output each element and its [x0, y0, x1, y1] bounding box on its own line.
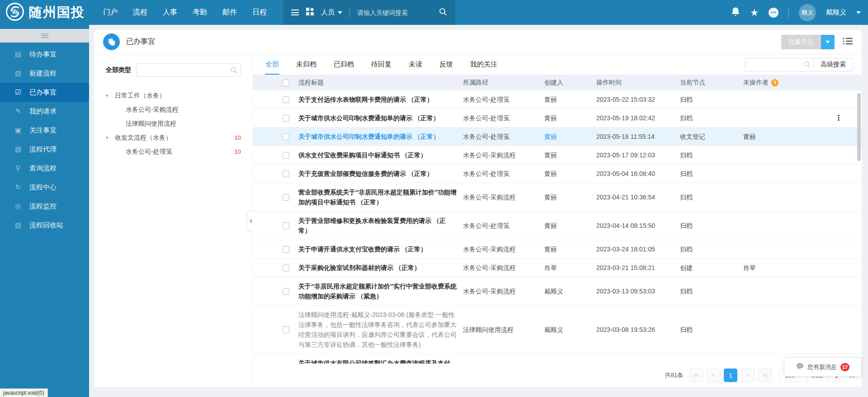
- row-creator: 黄丽: [544, 113, 596, 123]
- table-row[interactable]: 关于充值营业部催费短信服务费的请示 （正常） 水务公司-处理笺 黄丽 2023-…: [253, 165, 862, 183]
- row-checkbox[interactable]: [283, 222, 289, 229]
- row-checkbox[interactable]: [283, 115, 289, 122]
- list-view-icon[interactable]: [843, 37, 853, 47]
- search-scope-dropdown[interactable]: 人员: [321, 8, 342, 17]
- sidebar-item-followed[interactable]: ▣关注事宜: [0, 121, 89, 140]
- table-row[interactable]: 关于支付远传水表物联网卡费用的请示 （正常） 水务公司-处理笺 黄丽 2023-…: [253, 90, 862, 109]
- global-search-input[interactable]: [357, 9, 432, 16]
- nav-workflow[interactable]: 流程: [133, 8, 147, 17]
- sidebar-item-workflow-monitor[interactable]: ◎流程监控: [0, 197, 89, 216]
- apps-grid-icon[interactable]: [306, 8, 314, 17]
- row-title[interactable]: 关于营业部维修和更换水表检验装置费用的请示 （正常）: [298, 216, 463, 236]
- row-checkbox[interactable]: [283, 170, 289, 177]
- row-title[interactable]: 关于申请开通供水支付宝收费的请示 （正常）: [298, 244, 463, 254]
- avatar[interactable]: 顺义: [799, 4, 816, 21]
- table-row[interactable]: 关于申请开通供水支付宝收费的请示 （正常） 水务公司-采购流程 黄丽 2023-…: [253, 240, 862, 259]
- row-checkbox[interactable]: [283, 152, 289, 159]
- row-title[interactable]: 关于“非居民用水超定额累计加价”实行中营业部收费系统功能增加的采购请示 （紧急）: [298, 281, 463, 301]
- type-filter-input[interactable]: [137, 67, 231, 74]
- tab-feedback[interactable]: 反馈: [439, 55, 453, 74]
- table-row[interactable]: 供水支付宝收费采购项目中标通知书 （正常） 水务公司-采购流程 黄丽 2023-…: [253, 146, 862, 165]
- select-all-checkbox[interactable]: [283, 80, 289, 86]
- sidebar-collapse-button[interactable]: [0, 29, 89, 43]
- scrollbar-thumb[interactable]: [857, 93, 861, 161]
- nav-mail[interactable]: 邮件: [222, 8, 237, 17]
- sidebar-item-workflow-center[interactable]: ↻流程中心: [0, 178, 89, 197]
- sidebar-item-my-requests[interactable]: ✎我的请求: [0, 102, 89, 121]
- tab-unread[interactable]: 未读: [408, 55, 423, 74]
- table-row[interactable]: 关于采购化验室试剂和器材的请示 （正常） 水务公司-采购流程 肖举 2023-0…: [253, 259, 862, 277]
- last-page-button[interactable]: >|: [758, 369, 772, 382]
- nav-attendance[interactable]: 考勤: [193, 8, 207, 17]
- table-row[interactable]: 关于“非居民用水超定额累计加价”实行中营业部收费系统功能增加的采购请示 （紧急）…: [253, 277, 862, 306]
- table-row[interactable]: 关于营业部维修和更换水表检验装置费用的请示 （正常） 水务公司-处理笺 黄丽 2…: [253, 212, 862, 240]
- col-pending: 未操作者?: [743, 79, 816, 87]
- sidebar-item-workflow-proxy[interactable]: ▧流程代理: [0, 140, 89, 159]
- next-page-button[interactable]: >: [741, 369, 755, 382]
- row-title[interactable]: 关于充值营业部催费短信服务费的请示 （正常）: [298, 169, 463, 179]
- first-page-button[interactable]: |<: [689, 369, 703, 382]
- row-checkbox[interactable]: [283, 96, 289, 103]
- table-row[interactable]: 营业部收费系统关于“非居民用水超定额累计加价”功能增加的项目中标通知书 （正常）…: [253, 183, 862, 212]
- sidebar-item-todo[interactable]: ▤待办事宜: [0, 45, 89, 64]
- row-title[interactable]: 关于支付远传水表物联网卡费用的请示 （正常）: [298, 95, 463, 104]
- table-row-selected[interactable]: 关于城市供水公司印制水费通知单的请示 （正常） 水务公司-处理笺 黄丽 2023…: [253, 128, 862, 146]
- table-row[interactable]: 关于城市供水公司印制水费通知单的请示 （正常） 水务公司-处理笺 黄丽 2023…: [253, 109, 862, 128]
- tab-my-follow[interactable]: 我的关注: [470, 55, 498, 74]
- table-row[interactable]: 法律顾问使用流程-戴顺义-2023-03-06 (服务类型:一般性法律事务，包括…: [253, 306, 862, 354]
- menu-icon[interactable]: [291, 9, 299, 15]
- row-checkbox[interactable]: [283, 265, 289, 271]
- row-menu-icon[interactable]: ⋮: [835, 113, 843, 122]
- tree-group-doc-flow[interactable]: ▾ 收发文流程（水务）10: [106, 131, 241, 145]
- tab-all[interactable]: 全部: [265, 55, 279, 74]
- sidebar-item-workflow-recycle[interactable]: ▥流程回收站: [0, 216, 89, 235]
- row-checkbox[interactable]: [283, 133, 289, 140]
- row-node: 归档: [680, 150, 743, 160]
- nav-hr[interactable]: 人事: [163, 8, 177, 17]
- sidebar-item-query-workflow[interactable]: ⚲查询流程: [0, 159, 89, 178]
- tree-group-daily-work[interactable]: ▾ 日常工作（水务）: [106, 89, 241, 103]
- batch-follow-button[interactable]: 批量关注: [781, 35, 821, 49]
- row-title[interactable]: 关于采购化验室试剂和器材的请示 （正常）: [298, 263, 463, 273]
- row-title[interactable]: 营业部收费系统关于“非居民用水超定额累计加价”功能增加的项目中标通知书 （正常）: [298, 187, 463, 207]
- tab-archived[interactable]: 已归档: [333, 55, 354, 74]
- tree-item-legal-counsel[interactable]: 法律顾问使用流程: [106, 117, 241, 131]
- row-creator: 肖举: [544, 263, 596, 273]
- tab-unarchived[interactable]: 未归档: [296, 55, 317, 74]
- list-search-input[interactable]: [745, 61, 804, 68]
- batch-follow-dropdown[interactable]: [821, 35, 835, 49]
- page-1-button[interactable]: 1: [724, 369, 737, 382]
- sidebar-item-done[interactable]: ☑已办事宜: [0, 83, 89, 102]
- row-checkbox[interactable]: [283, 288, 289, 295]
- favorites-star-icon[interactable]: ★: [750, 8, 759, 17]
- notification-bell-icon[interactable]: [731, 7, 740, 19]
- nav-portal[interactable]: 门户: [103, 8, 118, 17]
- tree-item-procurement[interactable]: 水务公司-采购流程: [106, 103, 241, 117]
- more-options-icon[interactable]: ⋯: [769, 8, 778, 18]
- help-question-icon[interactable]: ?: [771, 79, 778, 86]
- nav-schedule[interactable]: 日程: [252, 8, 267, 17]
- tree-caret-icon[interactable]: ▾: [106, 93, 115, 99]
- panel-collapse-handle[interactable]: [247, 211, 254, 232]
- tree-item-process-note[interactable]: 水务公司-处理笺10: [106, 145, 241, 159]
- row-title[interactable]: 关于城市供水公司印制水费通知单的请示 （正常）: [298, 132, 463, 142]
- row-checkbox[interactable]: [283, 194, 289, 201]
- row-title[interactable]: 关于城市供水公司印制水费通知单的请示 （正常）: [298, 113, 463, 123]
- tab-pending-reply[interactable]: 待回复: [371, 55, 392, 74]
- my-requests-icon: ✎: [14, 107, 23, 115]
- new-message-toast[interactable]: 您有新消息 17: [784, 357, 862, 377]
- company-logo-icon: [5, 2, 24, 23]
- sidebar-item-new-workflow[interactable]: ▥新建流程: [0, 64, 89, 83]
- status-link-hint: javascript:void(0): [0, 388, 48, 397]
- advanced-search-button[interactable]: 高级搜索: [814, 58, 853, 71]
- user-name[interactable]: 戴顺义: [826, 8, 846, 17]
- row-checkbox[interactable]: [283, 246, 289, 253]
- row-title[interactable]: 供水支付宝收费采购项目中标通知书 （正常）: [298, 150, 463, 160]
- row-path: 法律顾问使用流程: [463, 325, 544, 335]
- user-menu-chevron-icon[interactable]: [856, 11, 861, 14]
- row-title[interactable]: 法律顾问使用流程-戴顺义-2023-03-06 (服务类型:一般性法律事务，包括…: [298, 310, 463, 350]
- search-icon[interactable]: [439, 8, 447, 18]
- row-checkbox[interactable]: [283, 326, 289, 333]
- tree-caret-icon[interactable]: ▾: [106, 135, 115, 141]
- prev-page-button[interactable]: <: [707, 369, 720, 382]
